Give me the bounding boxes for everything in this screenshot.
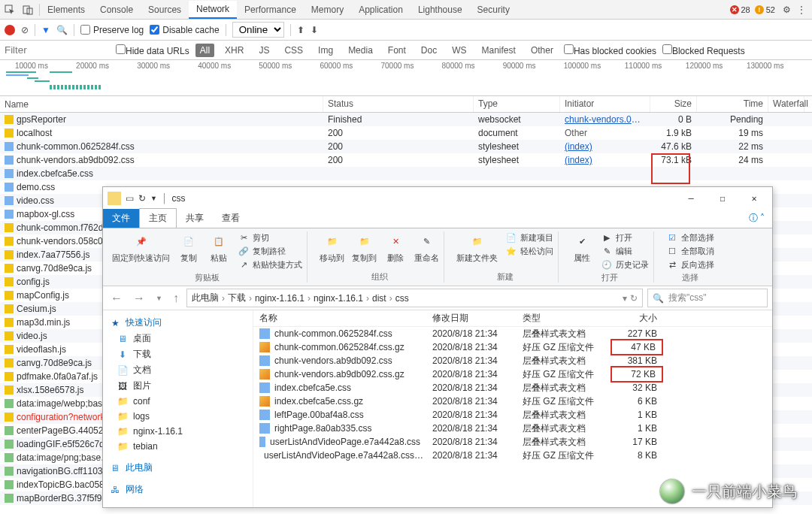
file-row[interactable]: userListAndVideoPage.e7a442a8.css2020/8/… [253,435,772,449]
filter-type-manifest[interactable]: Manifest [477,44,520,57]
col-initiator[interactable]: Initiator [560,96,650,112]
invert-select-button[interactable]: ⇄反向选择 [666,259,714,271]
tab-lighthouse[interactable]: Lighthouse [411,2,470,18]
tab-security[interactable]: Security [470,2,517,18]
upload-icon[interactable]: ⬆ [297,25,304,35]
paste-shortcut-button[interactable]: ↗粘贴快捷方式 [238,259,302,271]
network-row[interactable]: chunk-vendors.ab9db092.css200stylesheet(… [0,153,812,167]
disable-cache-checkbox[interactable]: Disable cache [150,25,219,35]
select-none-button[interactable]: ☐全部取消 [666,245,714,257]
error-badge[interactable]: ✕28 [730,5,750,14]
edit-button[interactable]: ✎编辑 [601,245,649,257]
sidebar-pictures[interactable]: 🖼图片 [106,378,250,394]
rename-button[interactable]: ✎重命名 [414,231,439,264]
filter-input[interactable] [5,44,110,56]
tab-sources[interactable]: Sources [141,2,189,18]
new-folder-button[interactable]: 📁新建文件夹 [456,231,498,264]
sidebar-desktop[interactable]: 🖥桌面 [106,331,250,346]
filter-type-all[interactable]: All [195,44,214,57]
close-button[interactable]: ✕ [741,189,768,207]
tab-network[interactable]: Network [189,1,237,19]
network-row[interactable]: index.cbefca5e.css [0,167,812,180]
file-row[interactable]: index.cbefca5e.css2020/8/18 21:34层叠样式表文档… [253,381,772,395]
sidebar-documents[interactable]: 📄文档 [106,362,250,378]
sidebar-folder[interactable]: 📁tebian [106,439,250,454]
col-time[interactable]: Time [697,96,768,112]
cut-button[interactable]: ✂剪切 [238,231,302,243]
col-type[interactable]: Type [474,96,560,112]
recents-button[interactable]: ▼ [153,295,165,302]
tab-application[interactable]: Application [351,2,411,18]
new-item-button[interactable]: 📄新建项目 [505,231,553,243]
network-timeline[interactable]: 10000 ms20000 ms30000 ms40000 ms50000 ms… [0,60,812,96]
col-name[interactable]: 名称 [253,310,426,326]
col-size[interactable]: Size [650,96,697,112]
easy-access-button[interactable]: ⭐轻松访问 [505,245,553,257]
file-row[interactable]: chunk-common.0625284f.css2020/8/18 21:34… [253,327,772,340]
filter-type-ws[interactable]: WS [447,44,471,57]
clear-icon[interactable]: ⊘ [21,25,29,35]
preserve-log-checkbox[interactable]: Preserve log [80,25,144,35]
file-row[interactable]: index.cbefca5e.css.gz2020/8/18 21:34好压 G… [253,395,772,408]
move-button[interactable]: 📁移动到 [320,231,344,264]
throttling-select[interactable]: Online [232,22,284,38]
file-row[interactable]: rightPage.8a0ab335.css2020/8/18 21:34层叠样… [253,422,772,435]
device-icon[interactable] [21,3,35,17]
tab-memory[interactable]: Memory [304,2,351,18]
copyto-button[interactable]: 📁复制到 [352,231,377,264]
history-button[interactable]: 🕘历史记录 [601,259,649,271]
forward-button[interactable]: → [130,292,148,305]
ribbon-tab-view[interactable]: 查看 [213,209,249,228]
file-row[interactable]: leftPage.00baf4a8.css2020/8/18 21:34层叠样式… [253,408,772,422]
col-date[interactable]: 修改日期 [426,310,517,326]
col-waterfall[interactable]: Waterfall [768,96,804,112]
sidebar-network[interactable]: 🖧网络 [106,482,250,497]
maximize-button[interactable]: ☐ [709,189,736,207]
ribbon-collapse-icon[interactable]: ⓘ ˄ [741,209,772,228]
blocked-requests[interactable]: Blocked Requests [662,44,745,56]
qat-icon[interactable]: ↻ [138,193,146,204]
select-all-button[interactable]: ☑全部选择 [666,231,714,243]
col-name[interactable]: Name [0,96,323,112]
filter-type-img[interactable]: Img [314,44,338,57]
explorer-search[interactable]: 🔍 搜索"css" [647,289,768,307]
gear-icon[interactable]: ⚙ [783,5,791,15]
ribbon-tab-home[interactable]: 主页 [139,208,177,228]
hide-data-urls[interactable]: Hide data URLs [116,44,189,56]
filter-type-media[interactable]: Media [344,44,377,57]
warning-badge[interactable]: !52 [755,5,775,14]
has-blocked-cookies[interactable]: Has blocked cookies [564,44,656,56]
inspect-icon[interactable] [3,3,17,17]
copy-path-button[interactable]: 🔗复制路径 [238,245,302,257]
filter-type-js[interactable]: JS [254,44,274,57]
minimize-button[interactable]: — [677,189,704,207]
filter-type-css[interactable]: CSS [280,44,308,57]
qat-icon[interactable]: ▭ [126,193,134,204]
download-icon[interactable]: ⬇ [311,25,318,35]
more-icon[interactable]: ⋮ [797,5,806,15]
tab-elements[interactable]: Elements [40,2,92,18]
tab-performance[interactable]: Performance [237,2,304,18]
search-icon[interactable]: 🔍 [56,25,68,35]
filter-type-xhr[interactable]: XHR [220,44,248,57]
col-status[interactable]: Status [323,96,474,112]
record-icon[interactable] [5,25,15,35]
col-type[interactable]: 类型 [517,310,611,326]
sidebar-downloads[interactable]: ⬇下载 [106,346,250,362]
sidebar-folder[interactable]: 📁nginx-1.16.1 [106,424,250,439]
delete-button[interactable]: ✕删除 [384,231,407,264]
sidebar-quick-access[interactable]: ★快速访问 [106,315,250,331]
sidebar-folder[interactable]: 📁conf [106,394,250,409]
up-button[interactable]: ↑ [170,292,182,305]
network-row[interactable]: localhost200documentOther1.9 kB19 ms [0,126,812,140]
ribbon-tab-share[interactable]: 共享 [177,209,213,228]
tab-console[interactable]: Console [92,2,141,18]
explorer-titlebar[interactable]: ▭ ↻ ▼ │ css — ☐ ✕ [103,187,772,210]
paste-button[interactable]: 📋粘贴 [208,231,230,264]
filter-type-doc[interactable]: Doc [417,44,441,57]
pin-button[interactable]: 📌固定到快速访问 [112,231,170,264]
network-row[interactable]: gpsReporterFinishedwebsocketchunk-vendor… [0,113,812,126]
file-row[interactable]: userListAndVideoPage.e7a442a8.css…2020/8… [253,449,772,462]
filter-type-font[interactable]: Font [383,44,411,57]
filter-icon[interactable]: ▼ [41,25,50,35]
